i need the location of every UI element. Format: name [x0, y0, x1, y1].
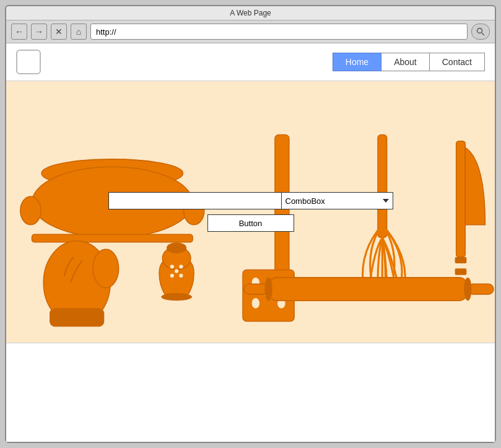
- toolbar: ← → ✕ ⌂: [6, 20, 495, 43]
- combobox-select[interactable]: ComboBox Option 1 Option 2 Option 3: [282, 192, 393, 209]
- svg-rect-5: [32, 234, 193, 242]
- svg-point-29: [179, 274, 183, 278]
- forward-button[interactable]: →: [31, 24, 47, 40]
- svg-point-26: [179, 265, 183, 268]
- page-title: A Web Page: [230, 9, 271, 17]
- svg-point-30: [161, 293, 192, 301]
- page-header: Home About Contact: [6, 43, 495, 81]
- svg-rect-18: [455, 268, 467, 275]
- nav-home[interactable]: Home: [333, 53, 381, 71]
- nav-about[interactable]: About: [381, 53, 430, 71]
- title-bar: A Web Page: [6, 6, 495, 20]
- logo: [16, 50, 41, 74]
- svg-rect-17: [455, 257, 467, 263]
- page-content: Home About Contact: [6, 43, 495, 442]
- svg-point-24: [167, 243, 186, 253]
- white-section: [6, 343, 495, 442]
- address-bar[interactable]: [90, 24, 468, 40]
- svg-point-28: [170, 274, 174, 278]
- text-input[interactable]: [108, 192, 282, 209]
- browser-window: A Web Page ← → ✕ ⌂ Home About Contact: [5, 5, 496, 443]
- controls-overlay: ComboBox Option 1 Option 2 Option 3 Butt…: [108, 192, 393, 232]
- svg-point-6: [20, 196, 41, 225]
- svg-rect-16: [456, 141, 466, 257]
- svg-point-21: [93, 249, 119, 288]
- home-button[interactable]: ⌂: [71, 24, 87, 40]
- nav-links: Home About Contact: [333, 53, 485, 71]
- input-combobox-row: ComboBox Option 1 Option 2 Option 3: [108, 192, 393, 209]
- search-icon: [476, 27, 485, 36]
- svg-point-25: [170, 265, 174, 268]
- svg-rect-32: [269, 278, 468, 301]
- hero-section: ComboBox Option 1 Option 2 Option 3 Butt…: [6, 81, 495, 343]
- back-button[interactable]: ←: [11, 24, 27, 40]
- nav-contact[interactable]: Contact: [430, 53, 485, 71]
- svg-line-1: [482, 33, 484, 35]
- svg-point-35: [464, 278, 471, 301]
- svg-rect-22: [50, 309, 104, 327]
- svg-point-34: [264, 278, 272, 301]
- stop-button[interactable]: ✕: [51, 24, 67, 40]
- svg-point-0: [477, 29, 482, 33]
- svg-point-12: [252, 298, 259, 309]
- main-button[interactable]: Button: [207, 214, 294, 232]
- svg-point-27: [175, 269, 178, 273]
- search-button[interactable]: [471, 24, 490, 40]
